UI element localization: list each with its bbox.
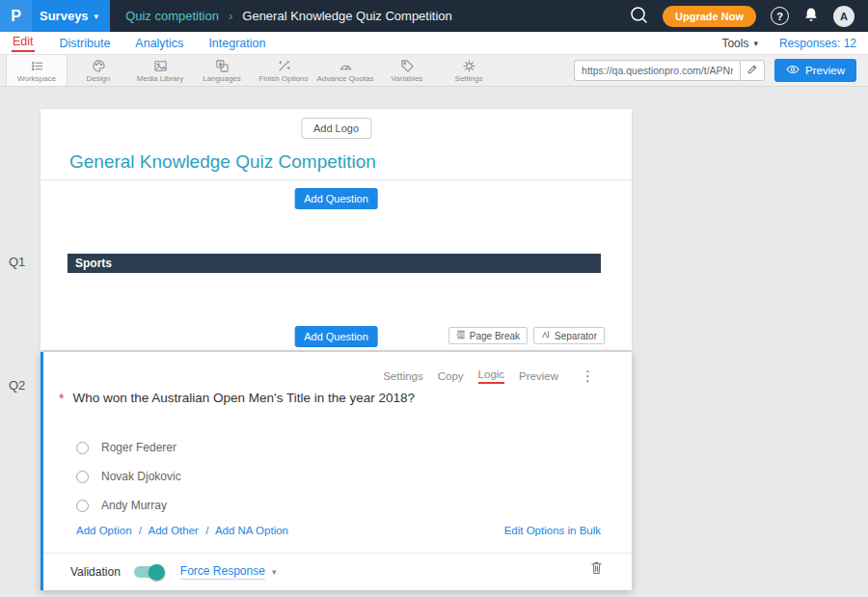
question-number-q2: Q2 xyxy=(9,378,25,393)
caret-down-icon: ▾ xyxy=(272,567,277,577)
force-response-value: Force Response xyxy=(180,564,265,580)
question-preview-link[interactable]: Preview xyxy=(519,370,558,382)
main-navbar: Edit Distribute Analytics Integration To… xyxy=(0,32,868,55)
radio-button[interactable] xyxy=(76,442,89,454)
question-number-q1: Q1 xyxy=(9,255,25,269)
tab-integration[interactable]: Integration xyxy=(208,37,265,50)
surveys-label: Surveys xyxy=(40,9,89,23)
search-button[interactable] xyxy=(630,6,648,27)
break-controls: Page Break Separator xyxy=(448,327,605,344)
toolbar-item-media-library[interactable]: Media Library xyxy=(129,55,191,86)
add-question-button-bottom[interactable]: Add Question xyxy=(294,326,378,347)
survey-canvas: Q1 Q2 Add Logo General Knowledge Quiz Co… xyxy=(0,87,868,597)
survey-url-input[interactable] xyxy=(574,60,740,81)
question-card-q2: Settings Copy Logic Preview ⋮ * Who won … xyxy=(41,352,632,590)
delete-question-button[interactable] xyxy=(590,560,603,578)
toolbar-item-settings[interactable]: Settings xyxy=(438,55,500,86)
add-option-links: Add Option / Add Other / Add NA Option xyxy=(76,525,288,536)
question-text[interactable]: Who won the Australian Open Men's Title … xyxy=(72,391,415,405)
toolbar-item-label: Languages xyxy=(203,74,241,83)
add-option-link[interactable]: Add Option xyxy=(76,525,132,536)
answer-option-row[interactable]: Andy Murray xyxy=(76,499,167,512)
languages-icon xyxy=(215,59,230,73)
edit-options-in-bulk-link[interactable]: Edit Options in Bulk xyxy=(504,525,601,536)
force-response-dropdown[interactable]: Force Response ▾ xyxy=(180,564,277,580)
search-icon xyxy=(630,6,648,27)
link-separator: / xyxy=(139,525,142,536)
pencil-icon xyxy=(746,62,758,79)
toolbar-item-label: Media Library xyxy=(137,74,183,83)
top-header: P Surveys ▾ Quiz competition › General K… xyxy=(0,0,868,32)
answer-option-label[interactable]: Novak Djokovic xyxy=(101,470,181,483)
separator-icon xyxy=(541,330,551,341)
question-title-row: * Who won the Australian Open Men's Titl… xyxy=(59,391,415,406)
kebab-menu-icon[interactable]: ⋮ xyxy=(581,367,595,385)
toolbar-item-languages[interactable]: Languages xyxy=(191,55,253,86)
toolbar-right: Preview xyxy=(574,55,856,86)
validation-toggle[interactable] xyxy=(134,566,163,578)
tools-label: Tools xyxy=(721,37,748,50)
answer-option-row[interactable]: Roger Federer xyxy=(76,441,176,454)
toolbar-item-label: Workspace xyxy=(17,74,56,83)
page-break-icon xyxy=(456,330,466,341)
tab-edit[interactable]: Edit xyxy=(12,34,35,52)
toolbar-item-variables[interactable]: Variables xyxy=(376,55,438,86)
navbar-right: Tools ▾ Responses: 12 xyxy=(721,37,856,50)
tools-menu[interactable]: Tools ▾ xyxy=(721,37,758,50)
breadcrumb-separator-icon: › xyxy=(229,9,232,23)
survey-toolbar: Workspace Design Media Library Languages… xyxy=(0,55,868,87)
question-footer-divider xyxy=(43,553,632,554)
toolbar-item-finish-options[interactable]: Finish Options xyxy=(253,55,314,86)
section-header-sports[interactable]: Sports xyxy=(68,254,601,273)
question-settings-link[interactable]: Settings xyxy=(383,370,423,382)
breadcrumb-survey-title: General Knowledge Quiz Competition xyxy=(242,9,452,23)
tab-distribute[interactable]: Distribute xyxy=(60,37,111,50)
question-copy-link[interactable]: Copy xyxy=(438,370,464,382)
preview-button[interactable]: Preview xyxy=(774,59,856,82)
answer-option-label[interactable]: Andy Murray xyxy=(101,499,167,512)
tab-analytics[interactable]: Analytics xyxy=(135,37,183,50)
required-asterisk: * xyxy=(59,391,64,406)
radio-button[interactable] xyxy=(76,471,89,483)
toolbar-item-label: Variables xyxy=(392,74,423,83)
section-title: Sports xyxy=(75,257,112,270)
edit-url-button[interactable] xyxy=(740,60,765,81)
add-logo-button[interactable]: Add Logo xyxy=(301,118,371,139)
add-na-option-link[interactable]: Add NA Option xyxy=(215,525,288,536)
separator-button[interactable]: Separator xyxy=(533,327,605,344)
toolbar-item-workspace[interactable]: Workspace xyxy=(6,55,68,86)
user-avatar[interactable]: A xyxy=(833,6,854,27)
finish-options-icon xyxy=(277,59,291,73)
header-actions: Upgrade Now ? A xyxy=(630,6,854,27)
toolbar-item-design[interactable]: Design xyxy=(68,55,129,86)
gear-icon xyxy=(462,59,476,73)
breadcrumb: Quiz competition › General Knowledge Qui… xyxy=(125,9,452,23)
responses-count[interactable]: Responses: 12 xyxy=(779,37,856,50)
radio-button[interactable] xyxy=(76,500,89,512)
caret-down-icon: ▾ xyxy=(95,12,99,21)
breadcrumb-survey-group[interactable]: Quiz competition xyxy=(125,9,219,23)
survey-title[interactable]: General Knowledge Quiz Competition xyxy=(69,151,376,173)
surveys-menu[interactable]: P Surveys ▾ xyxy=(0,0,110,32)
toolbar-item-advance-quotas[interactable]: Advance Quotas xyxy=(314,55,376,86)
page-break-label: Page Break xyxy=(470,331,520,341)
answer-option-row[interactable]: Novak Djokovic xyxy=(76,470,181,483)
workspace-icon xyxy=(30,59,44,73)
help-button[interactable]: ? xyxy=(771,7,789,25)
upgrade-now-button[interactable]: Upgrade Now xyxy=(663,6,756,27)
design-palette-icon xyxy=(92,59,106,73)
title-divider xyxy=(41,179,632,180)
caret-down-icon: ▾ xyxy=(753,39,758,48)
question-logic-link[interactable]: Logic xyxy=(478,368,505,384)
separator-label: Separator xyxy=(555,331,597,341)
toolbar-item-label: Advance Quotas xyxy=(316,74,373,83)
notifications-button[interactable] xyxy=(803,7,819,26)
media-library-icon xyxy=(153,59,168,73)
page-break-button[interactable]: Page Break xyxy=(448,327,528,344)
advance-quotas-icon xyxy=(339,59,353,73)
answer-option-label[interactable]: Roger Federer xyxy=(101,441,176,454)
add-other-link[interactable]: Add Other xyxy=(149,525,199,536)
add-question-button-top[interactable]: Add Question xyxy=(294,188,378,209)
toolbar-item-label: Design xyxy=(87,74,111,83)
eye-icon xyxy=(786,64,800,77)
